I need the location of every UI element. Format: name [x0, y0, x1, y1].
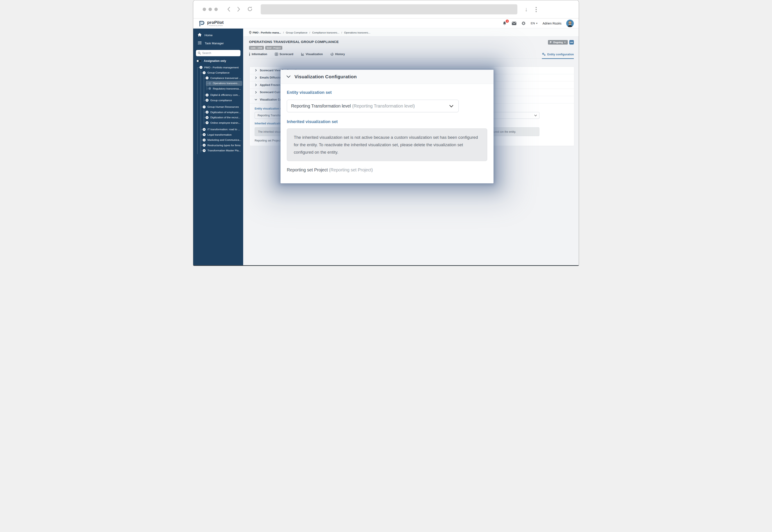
tree-node-marker-icon: [203, 144, 206, 147]
tree-node-label: Marketing and Communica...: [207, 138, 241, 141]
user-name: Adrien Rozès: [543, 22, 561, 25]
tree-node[interactable]: IT transformation: road to ...: [193, 127, 242, 132]
sidebar-nav-item[interactable]: Home: [193, 32, 243, 38]
breadcrumb-item[interactable]: Group Compliance: [286, 31, 307, 34]
tab-bar: Information Scorecard Visualization Hist…: [249, 53, 574, 59]
tab-visualization[interactable]: Visualization: [301, 53, 323, 58]
forward-icon[interactable]: [236, 6, 241, 13]
assignation-toggle-label: Assignation only: [204, 59, 226, 63]
tree-node-label: Operations transvers...: [213, 82, 240, 85]
tree-node-marker-icon: [209, 87, 211, 90]
tree-node[interactable]: Group compliance: [193, 98, 242, 103]
breadcrumb-item[interactable]: Compliance transvers...: [312, 31, 339, 34]
inherited-visualization-textarea: The inherited visualization set is not a…: [287, 128, 487, 161]
tree-node[interactable]: Compliance transversal ...: [193, 75, 242, 81]
sidebar-nav-item[interactable]: Task Manager: [193, 40, 243, 47]
select-value: Reporting Transformation level: [291, 103, 351, 109]
status-dropdown-button[interactable]: Ongoing ▼: [548, 40, 568, 45]
maximize-button[interactable]: [214, 8, 218, 11]
avatar[interactable]: [566, 20, 574, 27]
breadcrumb-separator: /: [283, 31, 284, 34]
tree-node-label: Group Compliance: [207, 71, 229, 74]
tree-node-marker-icon: [209, 82, 211, 85]
sidebar-nav-label: Home: [204, 34, 213, 37]
breadcrumb-separator: /: [310, 31, 310, 34]
breadcrumb: PMO - Portfolio mana... / Group Complian…: [243, 29, 579, 37]
tree-node-label: Digitization of the recrui...: [210, 116, 240, 119]
tree-node-label: Group Human Ressources: [207, 105, 239, 108]
tree-node[interactable]: Transformation Master Pla...: [193, 148, 242, 153]
browser-window: ↓ proPilot — Powered by dFakto 1: [193, 0, 579, 266]
tree-node[interactable]: Group Human Ressources: [193, 104, 242, 110]
breadcrumb-separator: /: [341, 31, 342, 34]
entity-visualization-set-label: Entity visualization set: [287, 90, 487, 95]
tree-node[interactable]: Group Compliance: [193, 70, 242, 76]
back-icon[interactable]: [227, 6, 231, 13]
flag-icon: [550, 41, 552, 44]
notification-badge: 1: [506, 20, 509, 23]
inherited-text-tail: on the entity.: [501, 130, 516, 133]
tree-node[interactable]: Legal transformation: [193, 132, 242, 137]
tree-node-label: Restructuring types for firms: [207, 144, 241, 147]
messages-button[interactable]: [512, 22, 516, 25]
address-bar[interactable]: [261, 4, 517, 14]
settings-button[interactable]: [521, 21, 526, 26]
tree-node-marker-icon: [200, 66, 202, 69]
breadcrumb-item[interactable]: Operations transvers...: [344, 31, 370, 34]
tab-scorecard[interactable]: Scorecard: [275, 53, 293, 58]
download-icon[interactable]: ↓: [525, 5, 528, 13]
location-pin-icon: [249, 31, 251, 34]
tree-node-label: Digitization of employee...: [210, 111, 241, 114]
tree-node-marker-icon: [203, 149, 206, 152]
entity-tree: PMO - Portfolio management Group Complia…: [193, 65, 243, 153]
search-input[interactable]: [196, 50, 240, 56]
tree-node-marker-icon: [206, 116, 209, 119]
tree-node-marker-icon: [203, 128, 206, 131]
gear-icon: [521, 21, 526, 26]
assignation-toggle[interactable]: [196, 60, 202, 62]
modal-header[interactable]: Visualization Configuration: [281, 70, 494, 84]
sidebar-nav-label: Task Manager: [205, 42, 224, 45]
tree-node-marker-icon: [206, 111, 209, 114]
tree-node[interactable]: Digital & efficiency com...: [193, 92, 242, 98]
tree-node-label: IT transformation: road to ...: [207, 128, 240, 131]
tree-node[interactable]: Regulatory transversa...: [193, 86, 242, 91]
chevron-right-icon: [255, 69, 257, 72]
tree-node-label: Transformation Master Pla...: [207, 149, 241, 152]
tree-node[interactable]: Marketing and Communica...: [193, 137, 242, 143]
overflow-menu-icon[interactable]: [536, 5, 537, 12]
sidebar: Home Task Manager Assignation only: [193, 29, 243, 265]
propilot-logo[interactable]: proPilot — Powered by dFakto: [198, 20, 224, 27]
tab-information[interactable]: Information: [249, 53, 267, 58]
sidebar-nav-icon: [198, 41, 202, 45]
tab-history[interactable]: History: [330, 53, 345, 58]
tree-node[interactable]: Online employee trainin...: [193, 120, 242, 126]
tree-node-marker-icon: [203, 106, 206, 108]
refresh-icon[interactable]: [247, 6, 253, 13]
tree-node-marker-icon: [206, 76, 209, 79]
language-dropdown[interactable]: EN ▼: [531, 22, 538, 25]
tree-node-marker-icon: [206, 99, 209, 102]
app-subtitle: — Powered by dFakto: [207, 25, 224, 27]
tree-node[interactable]: PMO - Portfolio management: [193, 65, 242, 70]
breadcrumb-item-root[interactable]: PMO - Portfolio mana...: [249, 31, 281, 34]
tree-node-label: Digital & efficiency com...: [210, 93, 240, 97]
chevron-right-icon: [255, 84, 257, 86]
chevron-down-icon: [255, 98, 257, 101]
history-icon: [330, 53, 334, 56]
tree-node[interactable]: Restructuring types for firms: [193, 143, 242, 148]
more-actions-button[interactable]: •••: [569, 40, 574, 45]
tab-entity-configuration[interactable]: Entity configuration: [542, 53, 574, 59]
tree-node[interactable]: Digitization of employee...: [193, 110, 242, 115]
close-button[interactable]: [203, 8, 206, 11]
tree-node[interactable]: Operations transvers...: [206, 81, 242, 86]
entity-visualization-select[interactable]: Reporting Transformation level (Reportin…: [287, 100, 459, 112]
tree-node-marker-icon: [203, 71, 206, 74]
minimize-button[interactable]: [209, 8, 212, 11]
page-title: OPERATIONS TRANSVERSAL GROUP COMPLIANCE: [249, 40, 574, 44]
info-icon: [249, 53, 250, 56]
notifications-button[interactable]: 1: [502, 21, 507, 26]
tree-node-label: Group compliance: [210, 99, 232, 102]
tree-node-marker-icon: [203, 133, 206, 136]
tree-node[interactable]: Digitization of the recrui...: [193, 115, 242, 120]
